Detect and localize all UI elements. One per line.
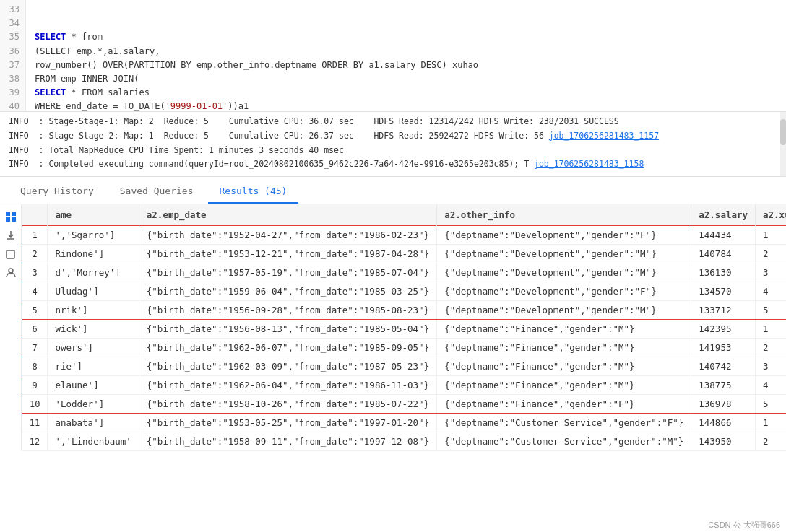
cell-salary: 133712 (691, 301, 756, 320)
col-name: ame (48, 204, 139, 226)
svg-rect-0 (6, 212, 10, 216)
cell-name: Rindone'] (48, 245, 139, 263)
col-other-info: a2.other_info (437, 204, 691, 226)
cell-salary: 142395 (691, 320, 756, 339)
tabs-bar: Query History Saved Queries Results (45) (0, 177, 786, 204)
cell-emp-date: {"birth_date":"1962-06-07","from_date":"… (139, 339, 436, 357)
cell-rownum: 7 (22, 339, 48, 357)
cell-xuhao: 2 (756, 339, 786, 357)
tab-query-history[interactable]: Query History (9, 180, 105, 204)
cell-emp-date: {"birth_date":"1962-03-09","from_date":"… (139, 357, 436, 376)
cell-salary: 141953 (691, 339, 756, 357)
table-row: 12','Lindenbaum'{"birth_date":"1958-09-1… (22, 432, 787, 451)
cell-name: wick'] (48, 320, 139, 339)
cell-name: Uludag'] (48, 282, 139, 301)
svg-rect-1 (12, 212, 16, 216)
results-area[interactable]: ame a2.emp_date a2.other_info a2.salary … (0, 204, 786, 532)
cell-salary: 143950 (691, 432, 756, 451)
cell-salary: 136978 (691, 395, 756, 414)
cell-name: owers'] (48, 339, 139, 357)
cell-other-info: {"deptname":"Development","gender":"F"} (437, 282, 691, 301)
cell-name: d','Morrey'] (48, 263, 139, 282)
cell-name: 'Lodder'] (48, 395, 139, 414)
cell-salary: 134570 (691, 282, 756, 301)
cell-other-info: {"deptname":"Finance","gender":"M"} (437, 357, 691, 376)
col-emp-date: a2.emp_date (139, 204, 436, 226)
cell-salary: 136130 (691, 263, 756, 282)
svg-rect-4 (7, 250, 14, 258)
cell-xuhao: 4 (756, 282, 786, 301)
cell-emp-date: {"birth_date":"1953-05-25","from_date":"… (139, 414, 436, 432)
cell-xuhao: 5 (756, 395, 786, 414)
user-icon[interactable] (4, 266, 17, 279)
cell-other-info: {"deptname":"Finance","gender":"F"} (437, 395, 691, 414)
cell-other-info: {"deptname":"Development","gender":"M"} (437, 263, 691, 282)
code-content[interactable]: SELECT * from (SELECT emp.*,a1.salary, r… (26, 0, 786, 111)
code-editor[interactable]: 33 34 35 36 37 38 39 40 41 42 43 SELECT … (0, 0, 786, 112)
log-line-2: INFO : Stage-Stage-2: Map: 1 Reduce: 5 C… (0, 129, 786, 144)
table-row: 9elaune']{"birth_date":"1962-06-04","fro… (22, 376, 787, 395)
cell-xuhao: 2 (756, 245, 786, 263)
side-toolbar (0, 204, 22, 451)
cell-salary: 144434 (691, 226, 756, 245)
cell-rownum: 12 (22, 432, 48, 451)
cell-name: rie'] (48, 357, 139, 376)
table-row: 4Uludag']{"birth_date":"1959-06-04","fro… (22, 282, 787, 301)
vertical-scrollbar[interactable] (780, 112, 786, 176)
cell-emp-date: {"birth_date":"1956-09-28","from_date":"… (139, 301, 436, 320)
table-header: ame a2.emp_date a2.other_info a2.salary … (22, 204, 787, 226)
cell-rownum: 1 (22, 226, 48, 245)
table-row: 8rie']{"birth_date":"1962-03-09","from_d… (22, 357, 787, 376)
svg-rect-2 (6, 217, 10, 222)
log-line-3: INFO : Total MapReduce CPU Time Spent: 1… (0, 144, 786, 158)
svg-rect-3 (12, 217, 16, 222)
cell-other-info: {"deptname":"Finance","gender":"M"} (437, 320, 691, 339)
cell-rownum: 6 (22, 320, 48, 339)
cell-rownum: 9 (22, 376, 48, 395)
cell-salary: 140784 (691, 245, 756, 263)
cell-emp-date: {"birth_date":"1958-10-26","from_date":"… (139, 395, 436, 414)
cell-rownum: 4 (22, 282, 48, 301)
table-row: 7owers']{"birth_date":"1962-06-07","from… (22, 339, 787, 357)
cell-emp-date: {"birth_date":"1956-08-13","from_date":"… (139, 320, 436, 339)
col-rownum (22, 204, 48, 226)
cell-other-info: {"deptname":"Customer Service","gender":… (437, 414, 691, 432)
table-row: 6wick']{"birth_date":"1956-08-13","from_… (22, 320, 787, 339)
table-scroll[interactable]: ame a2.emp_date a2.other_info a2.salary … (22, 204, 786, 451)
cell-emp-date: {"birth_date":"1953-12-21","from_date":"… (139, 245, 436, 263)
cell-name: ','Lindenbaum' (48, 432, 139, 451)
cell-name: elaune'] (48, 376, 139, 395)
job-link-1[interactable]: job_1706256281483_1157 (549, 131, 659, 141)
cell-xuhao: 1 (756, 320, 786, 339)
log-line-4: INFO : Completed executing command(query… (0, 157, 786, 172)
grid-icon[interactable] (4, 210, 17, 223)
cell-emp-date: {"birth_date":"1957-05-19","from_date":"… (139, 263, 436, 282)
line-numbers: 33 34 35 36 37 38 39 40 41 42 43 (0, 0, 26, 111)
table-row: 5nrik']{"birth_date":"1956-09-28","from_… (22, 301, 787, 320)
job-link-2[interactable]: job_1706256281483_1158 (534, 159, 644, 169)
cell-rownum: 5 (22, 301, 48, 320)
cell-xuhao: 1 (756, 414, 786, 432)
cell-xuhao: 1 (756, 226, 786, 245)
download-icon[interactable] (4, 229, 17, 242)
cell-salary: 144866 (691, 414, 756, 432)
cell-other-info: {"deptname":"Development","gender":"M"} (437, 301, 691, 320)
tab-results[interactable]: Results (45) (208, 180, 299, 204)
cell-other-info: {"deptname":"Finance","gender":"M"} (437, 376, 691, 395)
cell-rownum: 11 (22, 414, 48, 432)
table-row: 1','Sgarro']{"birth_date":"1952-04-27","… (22, 226, 787, 245)
cell-xuhao: 3 (756, 263, 786, 282)
svg-point-5 (9, 269, 13, 273)
cell-emp-date: {"birth_date":"1958-09-11","from_date":"… (139, 432, 436, 451)
tab-saved-queries[interactable]: Saved Queries (108, 180, 205, 204)
cell-other-info: {"deptname":"Development","gender":"M"} (437, 245, 691, 263)
cell-salary: 140742 (691, 357, 756, 376)
log-area: INFO : Stage-Stage-1: Map: 2 Reduce: 5 C… (0, 112, 786, 177)
cell-other-info: {"deptname":"Finance","gender":"M"} (437, 339, 691, 357)
cell-salary: 138775 (691, 376, 756, 395)
log-line-1: INFO : Stage-Stage-1: Map: 2 Reduce: 5 C… (0, 115, 786, 129)
cell-emp-date: {"birth_date":"1962-06-04","from_date":"… (139, 376, 436, 395)
cell-rownum: 10 (22, 395, 48, 414)
cell-rownum: 3 (22, 263, 48, 282)
checkbox-icon[interactable] (4, 248, 17, 261)
